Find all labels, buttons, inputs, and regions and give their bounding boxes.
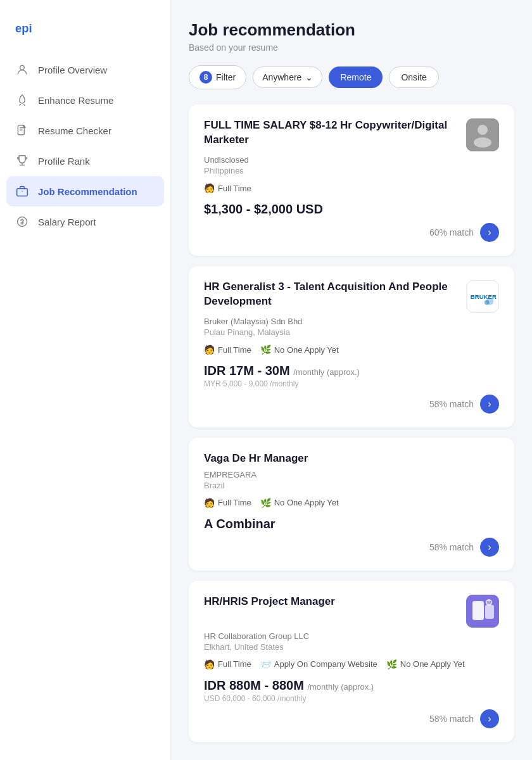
svg-rect-14	[472, 601, 484, 620]
apply-label: No One Apply Yet	[274, 498, 339, 507]
apply-website-label: Apply On Company Website	[274, 659, 377, 669]
job-card: Vaga De Hr Manager EMPREGARA Brazil 🧑 Fu…	[189, 438, 514, 571]
apply-tag: 🌿 No One Apply Yet	[260, 498, 339, 508]
svg-point-1	[20, 65, 25, 70]
company-location: Pulau Pinang, Malaysia	[204, 327, 499, 337]
sidebar: epi Profile Overview Enhance Resume	[0, 0, 171, 760]
salary-main: $1,300 - $2,000 USD	[204, 202, 499, 217]
match-row: 58% match ›	[204, 395, 499, 414]
view-job-button[interactable]: ›	[480, 395, 499, 414]
rocket-icon	[15, 93, 29, 107]
filter-button[interactable]: 8 Filter	[189, 65, 246, 89]
sidebar-item-salary-report[interactable]: Salary Report	[0, 206, 170, 237]
sidebar-item-label: Enhance Resume	[38, 95, 113, 106]
job-tags: 🧑 Full Time 🌿 No One Apply Yet	[204, 345, 499, 355]
employment-type-label: Full Time	[218, 184, 251, 193]
company-name: Undisclosed	[204, 155, 499, 165]
trophy-icon	[15, 154, 29, 168]
employment-type-tag: 🧑 Full Time	[204, 498, 251, 508]
match-percentage: 58% match	[429, 399, 474, 409]
send-icon: 📨	[260, 659, 271, 669]
match-row: 58% match ›	[204, 709, 499, 728]
employment-type-label: Full Time	[218, 659, 251, 669]
person-tag-icon: 🧑	[204, 498, 215, 508]
match-row: 58% match ›	[204, 538, 499, 557]
view-job-button[interactable]: ›	[480, 709, 499, 728]
filter-badge: 8	[200, 71, 212, 84]
onsite-button[interactable]: Onsite	[389, 66, 438, 88]
apply-label: No One Apply Yet	[274, 345, 339, 355]
match-percentage: 58% match	[429, 542, 474, 552]
sidebar-item-label: Resume Checker	[38, 125, 111, 136]
sidebar-item-enhance-resume[interactable]: Enhance Resume	[0, 85, 170, 115]
page-title: Job recommendation	[189, 20, 514, 40]
company-location: Elkhart, United States	[204, 642, 499, 652]
view-job-button[interactable]: ›	[480, 538, 499, 557]
job-card-header: Vaga De Hr Manager	[204, 452, 499, 466]
salary-main-value: IDR 880M - 880M	[204, 678, 304, 692]
sidebar-item-job-recommendation[interactable]: Job Recommendation	[6, 176, 164, 206]
sidebar-item-label: Job Recommendation	[38, 186, 137, 197]
svg-rect-15	[485, 605, 494, 619]
anywhere-filter[interactable]: Anywhere ⌄	[253, 66, 322, 88]
sidebar-item-resume-checker[interactable]: Resume Checker	[0, 115, 170, 146]
view-job-button[interactable]: ›	[480, 223, 499, 242]
filter-bar: 8 Filter Anywhere ⌄ Remote Onsite	[189, 65, 514, 89]
no-apply-label: No One Apply Yet	[400, 659, 465, 669]
company-logo: W	[466, 595, 499, 628]
employment-type-label: Full Time	[218, 345, 251, 355]
briefcase-icon	[15, 184, 29, 198]
coin-icon	[15, 215, 29, 229]
job-tags: 🧑 Full Time 📨 Apply On Company Website 🌿…	[204, 659, 499, 669]
employment-type-tag: 🧑 Full Time	[204, 659, 251, 669]
person-tag-icon: 🧑	[204, 659, 215, 669]
leaf-icon: 🌿	[260, 498, 271, 508]
person-tag-icon: 🧑	[204, 183, 215, 193]
sidebar-item-profile-overview[interactable]: Profile Overview	[0, 54, 170, 85]
remote-button[interactable]: Remote	[329, 66, 383, 88]
employment-type-tag: 🧑 Full Time	[204, 345, 251, 355]
match-percentage: 58% match	[429, 714, 474, 724]
job-title: FULL TIME SALARY $8-12 Hr Copywriter/Dig…	[204, 118, 466, 148]
document-icon	[15, 124, 29, 137]
svg-text:epi: epi	[15, 22, 32, 35]
chevron-down-icon: ⌄	[305, 72, 313, 82]
company-location: Philippines	[204, 166, 499, 175]
sidebar-item-label: Profile Rank	[38, 156, 90, 167]
job-title: HR/HRIS Project Manager	[204, 595, 335, 609]
match-percentage: 60% match	[429, 227, 474, 238]
job-card-header: HR Generalist 3 - Talent Acquisition And…	[204, 280, 499, 313]
svg-point-7	[478, 125, 488, 135]
salary-main: IDR 17M - 30M /monthly (approx.)	[204, 364, 499, 378]
job-title: HR Generalist 3 - Talent Acquisition And…	[204, 280, 466, 309]
company-name: EMPREGARA	[204, 470, 499, 479]
job-tags: 🧑 Full Time	[204, 183, 499, 193]
company-logo	[466, 118, 499, 151]
job-card-header: HR/HRIS Project Manager W	[204, 595, 499, 628]
page-subtitle: Based on your resume	[189, 42, 514, 53]
company-logo: BRUKER	[466, 280, 499, 313]
job-card: FULL TIME SALARY $8-12 Hr Copywriter/Dig…	[189, 104, 514, 256]
person-icon	[15, 63, 29, 77]
bruker-logo-placeholder: BRUKER	[466, 280, 499, 313]
sidebar-item-label: Profile Overview	[38, 65, 107, 75]
hr-collab-logo-placeholder: W	[466, 595, 499, 628]
filter-label: Filter	[216, 72, 236, 82]
company-location: Brazil	[204, 481, 499, 490]
person-tag-icon: 🧑	[204, 345, 215, 355]
salary-main-value: IDR 17M - 30M	[204, 364, 290, 377]
svg-point-8	[474, 137, 491, 148]
no-apply-tag: 🌿 No One Apply Yet	[386, 659, 465, 669]
apply-website-tag: 📨 Apply On Company Website	[260, 659, 377, 669]
apply-tag: 🌿 No One Apply Yet	[260, 345, 339, 355]
leaf-icon2: 🌿	[386, 659, 397, 669]
employment-type-label: Full Time	[218, 498, 251, 507]
anywhere-label: Anywhere	[262, 72, 301, 82]
salary-main: IDR 880M - 880M /monthly (approx.)	[204, 678, 499, 693]
salary-main: A Combinar	[204, 517, 499, 531]
salary-sub: MYR 5,000 - 9,000 /monthly	[204, 379, 499, 388]
salary-sub: USD 60,000 - 60,000 /monthly	[204, 694, 499, 703]
copywriter-logo-placeholder	[466, 118, 499, 151]
company-name: Bruker (Malaysia) Sdn Bhd	[204, 317, 499, 326]
sidebar-item-profile-rank[interactable]: Profile Rank	[0, 146, 170, 176]
